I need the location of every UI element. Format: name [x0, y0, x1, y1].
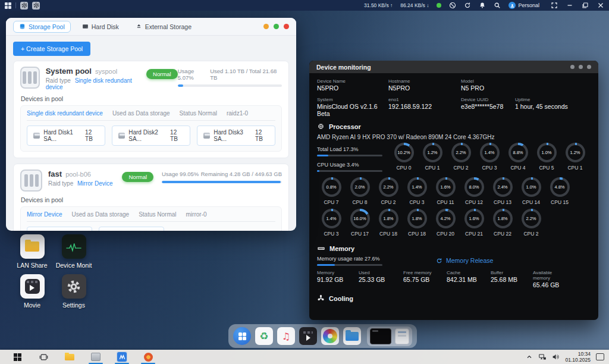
cpu-core-label: CPU 18	[379, 231, 397, 237]
desktop-icon-movie[interactable]: Movie	[10, 274, 55, 309]
task-view-icon	[39, 353, 48, 361]
device-size: 12 TB	[85, 129, 99, 142]
cpu-core-label: CPU 0	[396, 165, 411, 171]
remote-app-button[interactable]	[90, 352, 101, 362]
memory-stat: Buffer 25.68 MB	[491, 270, 533, 288]
sync-icon[interactable]	[464, 2, 471, 9]
volume-icon[interactable]	[552, 353, 560, 360]
minimize-icon[interactable]	[566, 2, 573, 9]
cpu-core-label: CPU 5	[539, 165, 554, 171]
external-storage-icon	[136, 23, 142, 30]
window-minimize-dot[interactable]	[263, 24, 269, 29]
tab-hard-disk[interactable]: Hard Disk	[77, 21, 124, 32]
start-button[interactable]	[12, 352, 23, 362]
desktop-icon-lan-share[interactable]: LAN Share	[10, 234, 55, 269]
memory-release-button[interactable]: Memory Release	[436, 257, 493, 264]
files-app-icon[interactable]	[343, 327, 361, 345]
task-view-button[interactable]	[38, 352, 49, 362]
window-close-dot[interactable]	[284, 24, 289, 29]
info-value: N5PRO	[388, 84, 461, 92]
running-apps-group	[367, 327, 412, 346]
browser-app-button[interactable]	[143, 352, 153, 362]
stat-value: 91.92 GB	[317, 276, 359, 283]
tab-storage-pool[interactable]: Storage Pool	[13, 21, 71, 33]
device-name: NVME	[117, 230, 134, 231]
icon-label: Device Monit	[56, 262, 92, 269]
close-icon[interactable]	[597, 2, 604, 9]
cpu-percent: 4.2%	[438, 211, 453, 226]
device-chip[interactable]: Hard Disk1 SA... 12 TB	[27, 125, 105, 146]
video-app-icon[interactable]	[299, 327, 317, 345]
cpu-gauge: 1.4% CPU 3	[317, 209, 346, 240]
search-icon[interactable]	[494, 2, 501, 9]
device-chip[interactable]: Hard Disk3 SA... 12 TB	[197, 125, 275, 146]
device-info-row-1: Device Name N5PRO Hostname N5PRO Model N…	[317, 79, 591, 92]
cpu-percent: 1.8%	[381, 211, 396, 226]
remote-app-icon	[91, 353, 101, 361]
cpu-model: AMD Ryzen AI 9 HX PRO 370 w/ Radeon 890M…	[317, 134, 591, 140]
memory-stats: Memory 91.92 GB Used 25.33 GB Free memor…	[317, 270, 591, 288]
notification-center-icon[interactable]	[596, 353, 604, 360]
upload-speed: 31.50 KB/s ↑	[364, 2, 393, 8]
cpu-core-label: CPU 14	[522, 199, 540, 205]
cooling-fan-icon	[317, 294, 325, 302]
window-maximize-dot[interactable]	[274, 24, 279, 29]
device-chip[interactable]: Hard Disk2 SA... 12 TB	[112, 125, 190, 146]
settings-app-icon[interactable]	[20, 2, 28, 10]
pool-card-system: System pool syspool Raid type Single dis…	[13, 61, 289, 158]
tab-label: Hard Disk	[92, 23, 119, 30]
devices-in-pool-title: Devices in pool	[21, 196, 282, 203]
vdev-type-link[interactable]: Mirror Device	[27, 211, 62, 218]
cpu-gauge-row-2: 0.8% CPU 7 2.0% CPU 8 2.2% CPU 2 1.4% CP…	[317, 177, 591, 209]
cpu-percent: 1.4%	[482, 145, 497, 160]
tab-external-storage[interactable]: External Storage	[130, 21, 197, 32]
maximize-icon[interactable]	[582, 2, 589, 9]
device-chip[interactable]: NVME 500 GB	[99, 227, 164, 231]
pool-status-badge: Normal	[146, 69, 178, 79]
cpu-percent: 16.0%	[353, 211, 368, 226]
desktop-icon-settings[interactable]: Settings	[51, 274, 96, 309]
window-control-dot[interactable]	[570, 65, 575, 69]
cpu-gauge: 1.2% CPU 1	[561, 143, 589, 177]
vdev-type-link[interactable]: Single disk redundant device	[27, 110, 103, 117]
cpu-core-label: CPU 7	[324, 199, 338, 205]
vdev-status: Status Normal	[180, 110, 217, 117]
fullscreen-icon[interactable]	[551, 2, 558, 9]
file-explorer-button[interactable]	[64, 352, 75, 362]
device-monitoring-window-thumb[interactable]	[370, 328, 391, 344]
cpu-gauge: 1.8% CPU 22	[488, 209, 517, 240]
tray-chevron-up-icon[interactable]	[526, 353, 533, 360]
disk-icon	[203, 133, 210, 139]
cpu-percent: 8.0%	[467, 180, 482, 194]
photos-app-icon[interactable]	[321, 327, 339, 345]
cpu-percent: 1.8%	[410, 211, 425, 226]
recycle-bin-icon[interactable]: ♻	[255, 327, 273, 345]
do-not-disturb-icon[interactable]	[449, 2, 456, 9]
minis-app-button[interactable]	[117, 352, 127, 362]
device-chip[interactable]: NVME 500 GB	[27, 227, 92, 231]
cpu-percent: 1.6%	[438, 180, 453, 194]
music-app-icon[interactable]: ♫	[277, 327, 295, 345]
settings-app-icon-2[interactable]	[32, 2, 40, 10]
cpu-percent: 2.2%	[454, 145, 469, 160]
window-control-dot[interactable]	[587, 65, 591, 69]
user-account[interactable]: Personal	[508, 2, 539, 9]
notification-bell-icon[interactable]	[479, 2, 486, 9]
window-control-dot[interactable]	[579, 65, 583, 69]
storage-window-thumb[interactable]	[395, 328, 409, 344]
cpu-core-label: CPU 21	[465, 231, 483, 237]
taskbar-clock[interactable]: 10:34 01.10.2025	[565, 351, 591, 363]
info-label: eno1	[388, 97, 461, 102]
monitor-window-title: Device monitoring	[316, 64, 371, 71]
pool-status-badge: Normal	[122, 172, 153, 182]
stat-label: Used	[359, 270, 395, 275]
create-storage-pool-button[interactable]: + Create Storage Pool	[13, 42, 90, 56]
desktop-icon-device-monitor[interactable]: Device Monit	[51, 234, 96, 269]
raid-type-link[interactable]: Mirror Device	[77, 180, 112, 187]
app-launcher-icon[interactable]	[5, 2, 11, 9]
network-icon[interactable]	[538, 353, 547, 360]
cpu-gauge: 2.2% CPU 2	[447, 143, 475, 177]
refresh-icon	[436, 258, 442, 264]
icon-label: LAN Share	[17, 262, 47, 269]
launchpad-icon[interactable]	[233, 327, 251, 345]
